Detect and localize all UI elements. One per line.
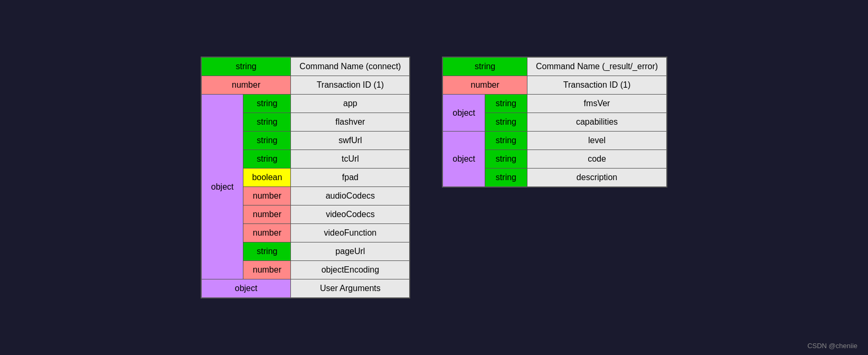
field-description: description [527, 169, 667, 188]
type-string: string [201, 57, 291, 76]
result-error-table: string Command Name (_result/_error) num… [442, 57, 667, 188]
field-videocodecs: videoCodecs [291, 205, 410, 224]
field-command-name-result: Command Name (_result/_error) [527, 57, 667, 76]
type-string: string [442, 57, 527, 76]
type-object: object [201, 95, 243, 279]
type-string: string [485, 150, 527, 169]
table-row: object User Arguments [201, 279, 410, 298]
field-audiocodecs: audioCodecs [291, 187, 410, 205]
type-number: number [243, 261, 291, 279]
type-number: number [442, 76, 527, 95]
field-tcurl: tcUrl [291, 150, 410, 169]
table-row: object string fmsVer [442, 95, 667, 113]
type-string: string [485, 113, 527, 132]
field-transaction-id: Transaction ID (1) [291, 76, 410, 95]
type-number: number [243, 224, 291, 242]
field-videofunction: videoFunction [291, 224, 410, 242]
field-transaction-id-result: Transaction ID (1) [527, 76, 667, 95]
type-string: string [243, 150, 291, 169]
table-row: object string level [442, 132, 667, 150]
field-command-name: Command Name (connect) [291, 57, 410, 76]
type-string: string [243, 95, 291, 113]
type-object: object [442, 132, 485, 188]
type-number: number [243, 205, 291, 224]
watermark-text: CSDN @cheniie [807, 342, 857, 350]
table-row: number Transaction ID (1) [201, 76, 410, 95]
type-string: string [485, 132, 527, 150]
table-row: number Transaction ID (1) [442, 76, 667, 95]
type-string: string [243, 242, 291, 261]
type-string: string [485, 95, 527, 113]
field-level: level [527, 132, 667, 150]
type-string: string [243, 113, 291, 132]
field-flashver: flashver [291, 113, 410, 132]
main-container: string Command Name (connect) number Tra… [201, 57, 667, 298]
table-row: string Command Name (_result/_error) [442, 57, 667, 76]
type-boolean: boolean [243, 169, 291, 187]
field-pageurl: pageUrl [291, 242, 410, 261]
field-swfurl: swfUrl [291, 132, 410, 150]
type-number: number [243, 187, 291, 205]
connect-table: string Command Name (connect) number Tra… [201, 57, 411, 298]
field-fmsver: fmsVer [527, 95, 667, 113]
field-fpad: fpad [291, 169, 410, 187]
type-object: object [442, 95, 485, 132]
type-object-useraguments: object [201, 279, 291, 298]
type-string: string [485, 169, 527, 188]
table-row: string Command Name (connect) [201, 57, 410, 76]
type-string: string [243, 132, 291, 150]
field-user-arguments: User Arguments [291, 279, 410, 298]
field-code: code [527, 150, 667, 169]
table-row: object string app [201, 95, 410, 113]
field-capabilities: capabilities [527, 113, 667, 132]
type-number: number [201, 76, 291, 95]
field-objectencoding: objectEncoding [291, 261, 410, 279]
field-app: app [291, 95, 410, 113]
